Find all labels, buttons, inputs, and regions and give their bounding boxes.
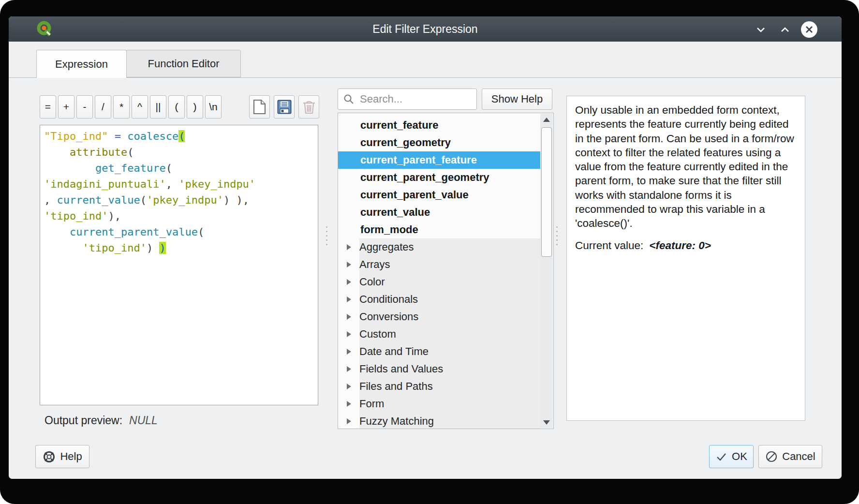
expand-arrow-icon[interactable]	[347, 418, 351, 424]
function-group-label: Date and Time	[359, 345, 429, 358]
tab-function-editor[interactable]: Function Editor	[126, 50, 241, 77]
function-group-fields-and-values[interactable]: Fields and Values	[338, 360, 540, 378]
expression-file-toolbar	[249, 95, 319, 119]
scroll-up-arrow-icon[interactable]	[540, 114, 553, 125]
function-group-label: Custom	[359, 328, 396, 341]
expand-arrow-icon[interactable]	[347, 366, 351, 372]
checkmark-icon	[715, 451, 727, 463]
function-group-date-and-time[interactable]: Date and Time	[338, 343, 540, 360]
delete-expression-button[interactable]	[298, 95, 319, 119]
function-group-aggregates[interactable]: Aggregates	[338, 238, 540, 256]
help-button[interactable]: Help	[35, 445, 89, 468]
expand-arrow-icon[interactable]	[347, 314, 351, 320]
edit-filter-expression-dialog: Edit Filter Expression Expression Functi…	[9, 16, 842, 479]
function-group-fuzzy-matching[interactable]: Fuzzy Matching	[338, 413, 540, 429]
scrollbar-thumb[interactable]	[541, 127, 552, 257]
operator-button[interactable]: /	[95, 95, 111, 119]
operator-button[interactable]: -	[76, 95, 93, 119]
function-group-conversions[interactable]: Conversions	[338, 308, 540, 326]
expand-arrow-icon[interactable]	[347, 244, 351, 250]
expand-arrow-icon[interactable]	[347, 401, 351, 407]
code-line: "Tipo_ind" = coalesce(	[44, 128, 314, 144]
current-value-label: Current value:	[575, 238, 643, 252]
operator-button[interactable]: (	[168, 95, 185, 119]
expand-arrow-icon[interactable]	[347, 296, 351, 302]
ok-button[interactable]: OK	[709, 445, 754, 468]
function-group-conditionals[interactable]: Conditionals	[338, 291, 540, 308]
function-item-current_parent_feature[interactable]: current_parent_feature	[338, 151, 540, 169]
function-group-files-and-paths[interactable]: Files and Paths	[338, 378, 540, 395]
expand-arrow-icon[interactable]	[347, 349, 351, 355]
help-button-label: Help	[60, 450, 82, 463]
function-group-label: Arrays	[359, 258, 390, 271]
function-group-label: Conditionals	[359, 293, 418, 306]
function-group-custom[interactable]: Custom	[338, 326, 540, 343]
function-list-scrollbar[interactable]	[540, 114, 553, 428]
show-help-button[interactable]: Show Help	[482, 89, 552, 110]
new-file-icon	[253, 99, 266, 115]
search-icon	[343, 93, 355, 105]
trash-icon	[302, 100, 316, 114]
function-list[interactable]: current_featurecurrent_geometrycurrent_p…	[338, 113, 554, 429]
code-line: get_feature(	[44, 160, 314, 176]
code-line: , current_value('pkey_indpu') ),	[44, 192, 314, 208]
expand-arrow-icon[interactable]	[347, 384, 351, 389]
output-preview: Output preview: NULL	[44, 414, 158, 427]
current-value-line: Current value: <feature: 0>	[575, 238, 797, 252]
function-group-form[interactable]: Form	[338, 395, 540, 413]
operator-button[interactable]: +	[58, 95, 74, 119]
function-item-current_feature[interactable]: current_feature	[338, 117, 540, 134]
tab-expression[interactable]: Expression	[36, 50, 127, 78]
code-line: attribute(	[44, 144, 314, 160]
expand-arrow-icon[interactable]	[347, 279, 351, 285]
operator-button[interactable]: *	[113, 95, 130, 119]
function-item-current_value[interactable]: current_value	[338, 204, 540, 221]
current-value: <feature: 0>	[649, 238, 711, 252]
ok-button-label: OK	[732, 450, 747, 463]
chevron-down-icon	[755, 23, 767, 36]
search-input[interactable]	[359, 92, 476, 106]
expression-code-editor[interactable]: "Tipo_ind" = coalesce( attribute( get_fe…	[40, 125, 318, 405]
operator-button[interactable]: ^	[132, 95, 148, 119]
operator-button[interactable]: \n	[205, 95, 222, 119]
function-group-label: Fuzzy Matching	[359, 415, 434, 428]
function-group-arrays[interactable]: Arrays	[338, 256, 540, 273]
function-item-form_mode[interactable]: form_mode	[338, 221, 540, 238]
splitter-list-help[interactable]	[556, 226, 558, 245]
titlebar[interactable]: Edit Filter Expression	[9, 16, 842, 42]
operator-button[interactable]: )	[187, 95, 203, 119]
shade-button[interactable]	[753, 21, 769, 38]
function-list-rows: current_featurecurrent_geometrycurrent_p…	[338, 117, 540, 429]
splitter-editor-list[interactable]	[326, 226, 327, 245]
output-preview-label: Output preview:	[44, 414, 122, 427]
function-group-label: Form	[359, 398, 384, 410]
scroll-down-arrow-icon[interactable]	[540, 416, 553, 428]
save-expression-button[interactable]	[274, 95, 295, 119]
save-icon	[277, 100, 292, 114]
maximize-button[interactable]	[777, 21, 793, 38]
output-preview-value: NULL	[129, 414, 158, 427]
function-help-panel: Only usable in an embedded form context,…	[566, 96, 805, 421]
function-group-label: Color	[359, 276, 385, 288]
help-description: Only usable in an embedded form context,…	[575, 103, 797, 230]
cancel-button[interactable]: Cancel	[758, 445, 822, 468]
operator-button[interactable]: ||	[150, 95, 166, 119]
new-expression-button[interactable]	[249, 95, 270, 119]
cancel-button-label: Cancel	[782, 450, 815, 463]
chevron-up-icon	[779, 23, 791, 36]
cancel-slash-icon	[765, 450, 778, 463]
close-button[interactable]	[801, 21, 817, 38]
code-line: 'tipo_ind'),	[44, 208, 314, 224]
function-item-current_parent_value[interactable]: current_parent_value	[338, 186, 540, 204]
code-line: 'tipo_ind') )	[44, 240, 314, 256]
operator-button[interactable]: =	[40, 95, 56, 119]
window-title: Edit Filter Expression	[9, 16, 842, 42]
function-item-current_parent_geometry[interactable]: current_parent_geometry	[338, 169, 540, 186]
tab-bar: Expression Function Editor	[36, 50, 241, 78]
expand-arrow-icon[interactable]	[347, 331, 351, 337]
function-search[interactable]	[338, 89, 477, 110]
function-group-color[interactable]: Color	[338, 273, 540, 291]
expand-arrow-icon[interactable]	[347, 262, 351, 267]
function-item-current_geometry[interactable]: current_geometry	[338, 134, 540, 151]
screenshot-frame: Edit Filter Expression Expression Functi…	[0, 0, 859, 504]
